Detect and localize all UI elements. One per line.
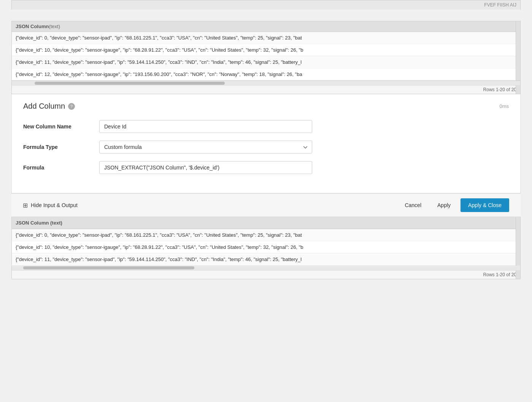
hide-io-button[interactable]: ⊞ Hide Input & Output (23, 202, 78, 209)
top-data-rows: {"device_id": 0, "device_type": "sensor-… (12, 32, 520, 81)
new-column-name-label: New Column Name (23, 123, 99, 130)
top-table-section: JSON Column (text) {"device_id": 0, "dev… (11, 21, 521, 94)
toolbar-right: Cancel Apply Apply & Close (399, 198, 509, 212)
bottom-section: JSON Column (text) {"device_id": 0, "dev… (11, 217, 521, 279)
add-column-title-text: Add Column (23, 102, 65, 111)
bottom-rows-count: Rows 1-20 of 20 (12, 270, 520, 279)
timing-label: 0ms (499, 103, 509, 109)
bottom-column-type: (text) (50, 220, 62, 226)
help-icon[interactable]: ? (68, 103, 75, 110)
add-column-section: Add Column ? 0ms New Column Name Formula… (11, 94, 521, 193)
new-column-name-input[interactable] (99, 120, 312, 133)
top-scrollbar-thumb[interactable] (35, 82, 225, 85)
bottom-table-header: JSON Column (text) (12, 217, 520, 229)
page-wrapper: FVEF FIISH AIJ JSON Column (text) {"devi… (0, 0, 532, 291)
formula-row: Formula (23, 161, 509, 174)
bottom-data-rows: {"device_id": 0, "device_type": "sensor-… (12, 229, 520, 266)
table-row: {"device_id": 0, "device_type": "sensor-… (12, 32, 520, 44)
table-row: {"device_id": 0, "device_type": "sensor-… (12, 229, 520, 241)
bottom-scrollbar-thumb[interactable] (23, 266, 194, 269)
add-column-header: Add Column ? 0ms (23, 102, 509, 111)
formula-input[interactable] (99, 161, 312, 174)
table-row: {"device_id": 10, "device_type": "sensor… (12, 44, 520, 56)
new-column-name-row: New Column Name (23, 120, 509, 133)
formula-type-row: Formula Type Custom formula JSON Extract… (23, 141, 509, 154)
table-row: {"device_id": 11, "device_type": "sensor… (12, 56, 520, 68)
cancel-button[interactable]: Cancel (399, 199, 427, 211)
action-toolbar: ⊞ Hide Input & Output Cancel Apply Apply… (11, 193, 521, 217)
top-rows-count: Rows 1-20 of 20 (12, 85, 520, 94)
table-row: {"device_id": 11, "device_type": "sensor… (12, 253, 520, 266)
bottom-column-label: JSON Column (16, 220, 49, 226)
top-partial-text: FVEF FIISH AIJ (484, 2, 516, 8)
bottom-horizontal-scrollbar[interactable] (12, 266, 520, 270)
formula-type-label: Formula Type (23, 144, 99, 150)
apply-button[interactable]: Apply (431, 199, 457, 211)
formula-type-select[interactable]: Custom formula JSON Extract Math String (99, 141, 312, 154)
table-row: {"device_id": 12, "device_type": "sensor… (12, 68, 520, 81)
top-column-type: (text) (49, 24, 60, 29)
top-column-label: JSON Column (16, 24, 49, 29)
top-partial-header: FVEF FIISH AIJ (11, 0, 521, 9)
grid-icon: ⊞ (23, 202, 28, 209)
top-table-header: JSON Column (text) (12, 21, 520, 32)
top-horizontal-scrollbar[interactable] (12, 81, 520, 85)
table-row: {"device_id": 10, "device_type": "sensor… (12, 241, 520, 253)
formula-label: Formula (23, 165, 99, 171)
apply-close-button[interactable]: Apply & Close (461, 198, 509, 212)
add-column-title-group: Add Column ? (23, 102, 75, 111)
hide-io-label: Hide Input & Output (31, 202, 78, 208)
